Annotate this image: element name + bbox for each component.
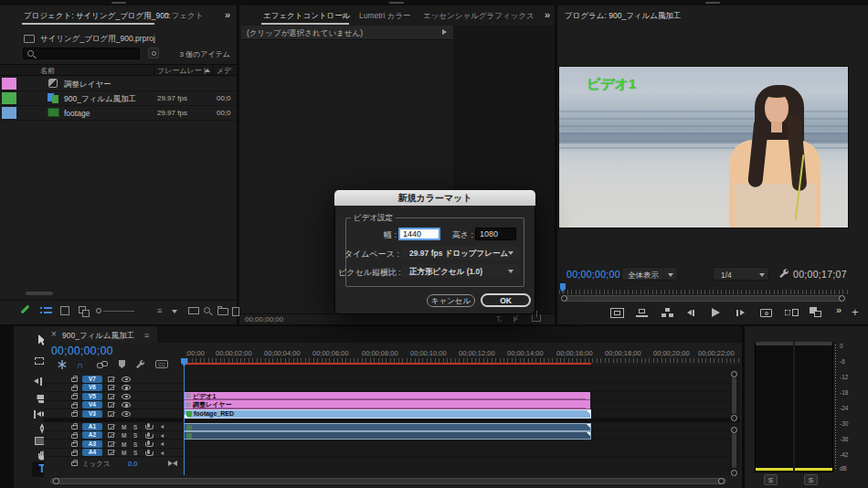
table-row-sequence[interactable]: 900_フィルム風加工 29.97 fps 00;0: [0, 91, 237, 106]
voiceover-mic-icon[interactable]: [147, 432, 150, 437]
eye-toggle-icon[interactable]: [122, 394, 131, 399]
pan-icon[interactable]: [161, 451, 164, 455]
table-row-footage[interactable]: footage 29.97 fps 00;0: [0, 106, 237, 121]
track-target-v5[interactable]: V5: [82, 393, 102, 400]
program-scroll-bar[interactable]: [563, 295, 844, 302]
icon-view-icon[interactable]: [60, 306, 69, 315]
linked-selection-icon[interactable]: [97, 361, 109, 369]
voiceover-mic-icon[interactable]: [147, 423, 150, 428]
clip-footage-red-video[interactable]: footage_RED: [184, 409, 591, 419]
safe-margins-button[interactable]: [610, 308, 624, 318]
pixel-aspect-dropdown[interactable]: 正方形ピクセル (1.0): [402, 264, 519, 278]
voiceover-mic-icon[interactable]: [147, 440, 150, 445]
new-item-icon[interactable]: [232, 307, 239, 316]
track-target-v7[interactable]: V7: [82, 376, 102, 383]
pan-icon[interactable]: [161, 425, 164, 429]
lock-icon[interactable]: [71, 451, 78, 456]
close-icon[interactable]: ×: [51, 329, 57, 339]
timeline-horizontal-scrollbar[interactable]: [50, 478, 726, 484]
solo-button[interactable]: S: [133, 450, 137, 456]
eye-toggle-icon[interactable]: [122, 402, 131, 408]
timeline-playhead-line[interactable]: [184, 365, 185, 475]
eye-toggle-icon[interactable]: [122, 411, 131, 417]
effects-group-drag-grip[interactable]: [389, 2, 404, 4]
track-target-a3[interactable]: A3: [82, 440, 102, 448]
table-row-adjustment-layer[interactable]: 調整レイヤー: [0, 77, 237, 91]
label-swatch-blue[interactable]: [2, 107, 16, 119]
column-media[interactable]: メデ: [217, 66, 231, 76]
filmstrip-icon[interactable]: [188, 307, 199, 314]
eye-toggle-icon[interactable]: [122, 377, 131, 382]
fit-dropdown[interactable]: 全体表示: [621, 267, 678, 281]
track-target-v6[interactable]: V6: [82, 384, 102, 391]
lock-icon[interactable]: [71, 404, 78, 408]
project-panel-menu-icon[interactable]: ≡: [146, 11, 151, 20]
sort-icon[interactable]: ≡: [157, 306, 168, 315]
new-bin-folder-icon[interactable]: [217, 308, 228, 315]
find-icon[interactable]: [204, 307, 210, 313]
track-target-a1[interactable]: A1: [82, 423, 102, 430]
lock-icon[interactable]: [71, 461, 78, 466]
timeline-settings-wrench-icon[interactable]: [135, 359, 145, 369]
audio-scrollbar-handle-bottom[interactable]: [731, 470, 737, 476]
sync-lock-icon[interactable]: [108, 385, 114, 390]
add-marker-icon[interactable]: [119, 360, 125, 368]
find-in-bin-icon[interactable]: [148, 48, 159, 58]
dialog-titlebar[interactable]: 新規カラーマット: [334, 190, 535, 206]
program-video-preview[interactable]: ビデオ1: [559, 67, 848, 228]
clip-footage-red-audio1[interactable]: [184, 423, 591, 431]
sync-lock-icon[interactable]: [108, 402, 114, 408]
list-view-icon[interactable]: [40, 307, 52, 314]
clip-adjustment-layer[interactable]: 調整レイヤー: [184, 400, 590, 409]
solo-button[interactable]: S: [133, 424, 137, 430]
captions-icon[interactable]: CC: [155, 360, 168, 368]
label-swatch-green[interactable]: [2, 92, 16, 104]
program-group-drag-grip[interactable]: [705, 2, 720, 4]
search-input[interactable]: [23, 48, 140, 59]
mute-button[interactable]: M: [122, 424, 126, 430]
mute-button[interactable]: M: [122, 450, 126, 456]
lock-icon[interactable]: [71, 387, 78, 391]
vr-video-button[interactable]: [785, 309, 799, 317]
snap-magnet-icon[interactable]: ∩: [77, 360, 83, 370]
solo-button[interactable]: S: [133, 441, 137, 448]
clip-footage-red-audio2[interactable]: [184, 431, 591, 440]
multicam-button[interactable]: [662, 308, 674, 318]
lock-icon[interactable]: [71, 395, 78, 399]
sync-lock-icon[interactable]: [108, 377, 114, 382]
audio-scrollbar-handle-top[interactable]: [731, 427, 737, 433]
sync-lock-icon[interactable]: [108, 432, 114, 438]
program-menu-icon[interactable]: ≡: [662, 11, 666, 20]
project-file-name[interactable]: サイリング_ブログ用_900.prproj: [40, 34, 155, 45]
track-target-a2[interactable]: A2: [82, 431, 102, 439]
lift-button[interactable]: [636, 309, 648, 318]
settings-wrench-icon[interactable]: [778, 268, 789, 279]
project-list-scrollbar[interactable]: [26, 292, 53, 295]
lock-icon[interactable]: [71, 377, 78, 382]
voiceover-mic-icon[interactable]: [147, 450, 150, 454]
clip-video1[interactable]: ビデオ1: [184, 392, 590, 400]
column-framerate[interactable]: フレームレート: [157, 66, 209, 76]
solo-button[interactable]: S: [133, 432, 137, 439]
track-target-a4[interactable]: A4: [82, 449, 102, 456]
transport-overflow[interactable]: »: [836, 304, 841, 315]
sync-lock-icon[interactable]: [108, 394, 114, 399]
nest-sequence-icon[interactable]: [58, 360, 67, 369]
lock-icon[interactable]: [71, 442, 78, 447]
lock-icon[interactable]: [71, 412, 78, 417]
comparison-view-button[interactable]: [810, 307, 822, 318]
solo-left-button[interactable]: S: [764, 474, 778, 485]
track-target-v3[interactable]: V3: [82, 410, 102, 418]
height-field[interactable]: [475, 228, 516, 240]
play-button[interactable]: [712, 308, 720, 317]
project-tab-overflow[interactable]: »: [225, 9, 229, 20]
video-tracks-scrollbar[interactable]: [732, 377, 736, 414]
add-button-plus[interactable]: +: [852, 305, 859, 319]
zoom-slider-handle[interactable]: [96, 308, 101, 313]
video-scrollbar-handle-top[interactable]: [731, 371, 737, 377]
tab-effect-controls[interactable]: エフェクトコントロール: [263, 11, 351, 22]
timeline-zoom-handle-right[interactable]: [718, 478, 725, 484]
ok-button[interactable]: OK: [481, 293, 531, 307]
column-name[interactable]: 名前: [40, 66, 55, 76]
mute-button[interactable]: M: [122, 441, 126, 448]
